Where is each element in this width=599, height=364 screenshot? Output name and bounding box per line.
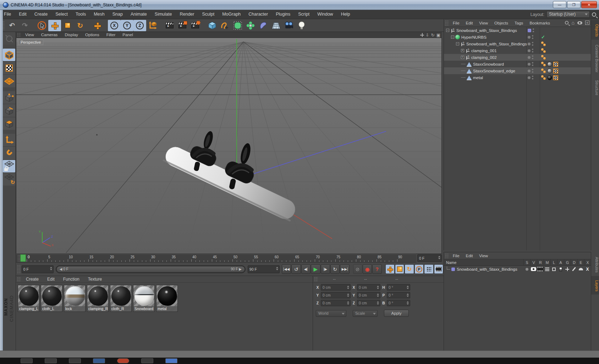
taskbar-item[interactable] [93,358,105,363]
search-icon[interactable] [592,12,596,17]
visibility-dots[interactable] [532,69,533,73]
record-button[interactable]: ◉ [363,264,372,274]
materials-menu-function[interactable]: Function [59,277,84,282]
menu-window[interactable]: Window [313,10,337,19]
goto-start-button[interactable]: |◀◀ [282,264,291,274]
xref-x-icon[interactable]: X [584,266,591,272]
spinner-icon[interactable] [407,286,409,289]
size-x-field[interactable]: 0 cm [357,284,380,291]
lock-icon[interactable] [550,266,557,272]
menu-snap[interactable]: Snap [109,10,127,19]
material-tile-metal[interactable]: metal [156,285,178,312]
enable-dot[interactable] [528,56,531,59]
spinner-icon[interactable] [407,293,409,297]
add-environment-button[interactable] [270,20,282,31]
last-tool-button[interactable] [91,20,104,31]
expressions-dome-icon[interactable] [577,266,584,272]
visibility-dots[interactable] [532,42,533,46]
autokey-button[interactable]: ? [372,264,381,274]
spinner-icon[interactable] [347,301,349,305]
viewport-canvas[interactable]: Perspective Y Z X [16,38,442,254]
coordinates-grip[interactable] [314,277,318,282]
enable-dot[interactable] [528,49,531,52]
phong-tag-icon[interactable] [541,62,546,67]
texture-tag-icon[interactable] [547,62,552,67]
add-camera-button[interactable] [282,20,295,31]
uvw-tag-icon[interactable] [553,62,558,67]
lock-z-axis-button[interactable]: Z [133,20,146,31]
uvw-tag-icon[interactable] [553,68,558,73]
rotation-b-field[interactable]: 0 ° [387,300,410,306]
enable-dot[interactable] [528,70,531,72]
layout-select[interactable]: Startup (User) [546,11,590,18]
manager-list-icon[interactable] [544,266,550,272]
visibility-dots[interactable] [533,28,534,32]
material-tile-snowboard[interactable]: Snowboard [133,285,155,312]
object-manager-menu-tags[interactable]: Tags [511,21,526,25]
position-x-field[interactable]: 0 cm [321,284,351,291]
key-pla-button[interactable] [424,264,433,274]
phong-tag-icon[interactable] [541,48,546,53]
menu-select[interactable]: Select [51,10,72,19]
menu-render[interactable]: Render [176,10,198,19]
viewport-menu-display[interactable]: Display [61,33,82,37]
viewport-menu-options[interactable]: Options [82,33,103,37]
anim-grip[interactable] [17,265,21,274]
apply-button[interactable]: Apply [384,310,409,317]
toggle-view-icon[interactable]: ▣ [436,33,440,37]
lock-y-axis-button[interactable]: Y [121,20,133,31]
object-manager-menu-edit[interactable]: Edit [463,21,476,25]
enable-dot[interactable] [528,76,531,79]
tree-row-snowboard_with_staxx_bindings[interactable]: –0Snowboard_with_Staxx_Bindings [444,40,591,47]
phong-tag-icon[interactable] [541,55,546,60]
menu-mograph[interactable]: MoGraph [218,10,244,19]
texture-tag-icon[interactable] [547,68,552,73]
rotation-p-field[interactable]: 0 ° [387,292,410,298]
taskbar-item[interactable] [165,358,177,363]
taskbar-item[interactable] [69,358,81,363]
play-backwards-button[interactable]: ↺ [291,264,301,274]
key-scale-button[interactable] [395,264,404,274]
coordinates-menu--[interactable]: -- [350,277,381,282]
play-forwards-button[interactable]: ▶ [311,264,320,274]
menu-edit[interactable]: Edit [15,10,31,19]
add-spline-button[interactable] [219,20,231,31]
make-editable-button[interactable] [3,32,15,45]
viewport-menu-view[interactable]: View [22,33,38,37]
enable-axis-button[interactable] [3,134,15,146]
previous-frame-button[interactable]: ◀| [301,264,311,274]
position-z-field[interactable]: 0 cm [321,300,351,306]
visibility-dots[interactable] [532,55,533,59]
status-grip[interactable] [3,352,6,357]
tree-row-snowboard_with_staxx_bindings[interactable]: –0Snowboard_with_Staxx_Bindings [444,27,591,34]
add-hypernurbs-button[interactable] [231,20,244,31]
edges-mode-button[interactable] [3,104,15,117]
enable-dot[interactable] [528,63,531,66]
material-tile-cloth_r[interactable]: cloth_R [110,285,132,312]
tree-row-metal[interactable]: metal [444,74,591,81]
maximize-button[interactable]: ❐ [567,1,581,8]
menu-simulate[interactable]: Simulate [151,10,176,19]
texture-tag-icon[interactable] [547,75,552,80]
coordinate-system-button[interactable] [146,20,159,31]
spinner-icon[interactable] [377,301,379,305]
expand-icon[interactable]: + [461,49,464,52]
layers-menu-edit[interactable]: Edit [463,254,476,258]
solo-icon[interactable] [523,266,530,272]
viewport-menu-filter[interactable]: Filter [103,33,119,37]
eye-icon[interactable] [577,21,582,24]
close-button[interactable]: ✕ [581,1,597,8]
viewport-menu-cameras[interactable]: Cameras [38,33,61,37]
menu-script[interactable]: Script [294,10,313,19]
spinner-icon[interactable] [50,267,52,270]
coordinates-menu--[interactable]: -- [319,277,350,282]
size-y-field[interactable]: 0 cm [357,292,380,298]
panel-tab-attributes[interactable]: Attributes [591,253,599,275]
coordinate-system-dropdown[interactable]: World [316,310,346,317]
align-workplane-button[interactable]: ↻ [3,173,15,186]
spinner-icon[interactable] [276,267,278,270]
tree-row-staxxsnowboard_edge[interactable]: StaxxSnowboard_edge [444,67,591,74]
add-cube-button[interactable] [206,20,219,31]
playhead-marker[interactable] [20,254,26,262]
menu-sculpt[interactable]: Sculpt [198,10,218,19]
